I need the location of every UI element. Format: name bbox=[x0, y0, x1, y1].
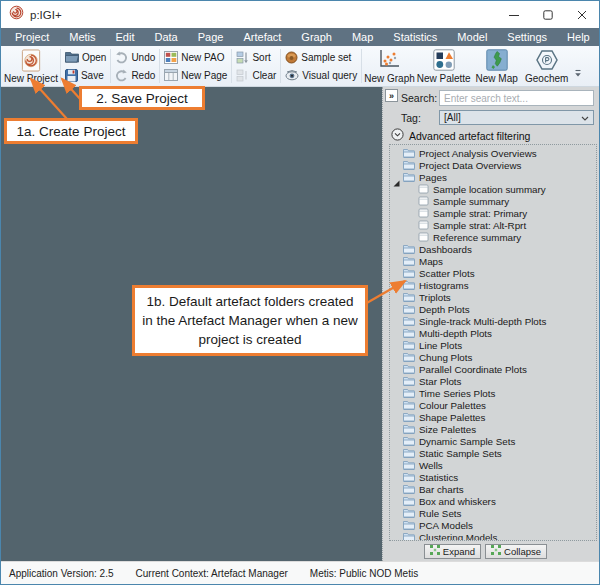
toolbar-button-new-graph[interactable]: New Graph bbox=[363, 47, 416, 85]
folder-icon bbox=[403, 256, 415, 266]
menu-item-help[interactable]: Help bbox=[557, 28, 600, 46]
tree-item-histograms[interactable]: Histograms bbox=[390, 279, 596, 291]
tree-item-label: Depth Plots bbox=[419, 304, 470, 315]
advanced-filtering-toggle[interactable]: Advanced artefact filtering bbox=[391, 130, 594, 142]
search-input[interactable] bbox=[439, 90, 594, 106]
toolbar-button-undo[interactable]: Undo bbox=[115, 49, 155, 66]
tree-item-chung-plots[interactable]: Chung Plots bbox=[390, 351, 596, 363]
menu-item-settings[interactable]: Settings bbox=[497, 28, 557, 46]
tree-item-multi-depth-plots[interactable]: Multi-depth Plots bbox=[390, 327, 596, 339]
tree-item-label: Triplots bbox=[419, 292, 451, 303]
tree-item-single-track-multi-depth-plots[interactable]: Single-track Multi-depth Plots bbox=[390, 315, 596, 327]
menu-item-edit[interactable]: Edit bbox=[106, 28, 145, 46]
toolbar-button-clear[interactable]: Clear bbox=[236, 67, 276, 84]
tree-item-box-and-whiskers[interactable]: Box and whiskers bbox=[390, 495, 596, 507]
toolbar-button-open[interactable]: Open bbox=[65, 49, 106, 66]
toolbar-button-new-page[interactable]: New Page bbox=[164, 67, 227, 84]
toolbar-button-label: New Page bbox=[181, 70, 227, 81]
tree-item-star-plots[interactable]: Star Plots bbox=[390, 375, 596, 387]
geochem-icon bbox=[535, 49, 559, 71]
tree-item-sample-summary[interactable]: Sample summary bbox=[390, 195, 596, 207]
toolbar-button-new-palette[interactable]: New Palette bbox=[416, 47, 472, 85]
tag-dropdown[interactable]: [All] bbox=[439, 110, 594, 125]
menu-item-map[interactable]: Map bbox=[342, 28, 383, 46]
tree-item-statistics[interactable]: Statistics bbox=[390, 471, 596, 483]
toolbar-button-label: New PAO bbox=[181, 52, 224, 63]
toolbar-button-redo[interactable]: Redo bbox=[115, 67, 155, 84]
tree-item-time-series-plots[interactable]: Time Series Plots bbox=[390, 387, 596, 399]
tree-item-parallel-coordinate-plots[interactable]: Parallel Coordinate Plots bbox=[390, 363, 596, 375]
tree-item-maps[interactable]: Maps bbox=[390, 255, 596, 267]
toolbar-button-save[interactable]: Save bbox=[65, 67, 106, 84]
status-metis: Metis: Public NOD Metis bbox=[310, 568, 418, 579]
tree-item-label: Size Palettes bbox=[419, 424, 476, 435]
toolbar-button-sample-set[interactable]: Sample set bbox=[285, 49, 357, 66]
artefact-tree: Project Analysis OverviewsProject Data O… bbox=[389, 144, 597, 541]
menu-item-project[interactable]: Project bbox=[5, 28, 59, 46]
tree-item-label: Wells bbox=[419, 460, 443, 471]
tree-item-dynamic-sample-sets[interactable]: Dynamic Sample Sets bbox=[390, 435, 596, 447]
tree-item-label: Bar charts bbox=[419, 484, 464, 495]
tree-item-reference-summary[interactable]: Reference summary bbox=[390, 231, 596, 243]
tree-item-bar-charts[interactable]: Bar charts bbox=[390, 483, 596, 495]
tree-item-colour-palettes[interactable]: Colour Palettes bbox=[390, 399, 596, 411]
tree-item-static-sample-sets[interactable]: Static Sample Sets bbox=[390, 447, 596, 459]
tree-item-wells[interactable]: Wells bbox=[390, 459, 596, 471]
app-logo-icon bbox=[9, 5, 24, 24]
tree-item-project-analysis-overviews[interactable]: Project Analysis Overviews bbox=[390, 147, 596, 159]
folder-icon bbox=[403, 520, 415, 530]
tree-item-label: Dynamic Sample Sets bbox=[419, 436, 515, 447]
toolbar-button-sort[interactable]: Sort bbox=[236, 49, 276, 66]
expand-all-button[interactable]: Expand bbox=[424, 544, 481, 559]
tree-item-pca-models[interactable]: PCA Models bbox=[390, 519, 596, 531]
tree-item-triplots[interactable]: Triplots bbox=[390, 291, 596, 303]
tree-item-size-palettes[interactable]: Size Palettes bbox=[390, 423, 596, 435]
toolbar-group: OpenSave bbox=[62, 47, 109, 85]
status-application-version: Application Version: 2.5 bbox=[9, 568, 114, 579]
toolbar-button-visual-query[interactable]: Visual query bbox=[285, 67, 357, 84]
expand-all-label: Expand bbox=[443, 546, 475, 557]
toolbar-button-new-map[interactable]: New Map bbox=[472, 47, 522, 85]
tree-item-line-plots[interactable]: Line Plots bbox=[390, 339, 596, 351]
toolbar-button-geochem[interactable]: Geochem bbox=[522, 47, 572, 85]
collapse-all-button[interactable]: Collapse bbox=[485, 544, 547, 559]
close-button[interactable] bbox=[565, 1, 599, 28]
menu-item-model[interactable]: Model bbox=[447, 28, 497, 46]
tree-item-label: Sample strat: Primary bbox=[433, 208, 527, 219]
tree-item-project-data-overviews[interactable]: Project Data Overviews bbox=[390, 159, 596, 171]
menu-item-statistics[interactable]: Statistics bbox=[383, 28, 447, 46]
tree-item-sample-strat-alt-rprt[interactable]: Sample strat: Alt-Rprt bbox=[390, 219, 596, 231]
maximize-button[interactable] bbox=[531, 1, 565, 28]
menu-item-metis[interactable]: Metis bbox=[59, 28, 105, 46]
tree-item-dashboards[interactable]: Dashboards bbox=[390, 243, 596, 255]
toolbar-button-new-project[interactable]: New Project bbox=[3, 47, 59, 85]
tree-item-pages[interactable]: Pages bbox=[390, 171, 596, 183]
tree-item-shape-palettes[interactable]: Shape Palettes bbox=[390, 411, 596, 423]
annotation-create-project: 1a. Create Project bbox=[4, 118, 138, 144]
toolbar-overflow-icon[interactable] bbox=[572, 64, 584, 85]
toolbar-button-label: Redo bbox=[131, 70, 155, 81]
annotation-default-folders: 1b. Default artefact folders created in … bbox=[132, 285, 368, 356]
menu-item-data[interactable]: Data bbox=[145, 28, 188, 46]
sort-icon bbox=[236, 51, 249, 64]
minimize-button[interactable] bbox=[497, 1, 531, 28]
page-icon bbox=[418, 232, 429, 242]
tree-item-label: Clustering Models bbox=[419, 532, 497, 542]
menu-item-artefact[interactable]: Artefact bbox=[233, 28, 291, 46]
panel-collapse-button[interactable]: » bbox=[385, 89, 398, 102]
expand-icon bbox=[430, 545, 440, 557]
toolbar-button-new-pao[interactable]: New PAO bbox=[164, 49, 227, 66]
menu-item-graph[interactable]: Graph bbox=[291, 28, 342, 46]
tree-item-sample-strat-primary[interactable]: Sample strat: Primary bbox=[390, 207, 596, 219]
collapse-all-label: Collapse bbox=[504, 546, 541, 557]
tree-item-scatter-plots[interactable]: Scatter Plots bbox=[390, 267, 596, 279]
tree-item-rule-sets[interactable]: Rule Sets bbox=[390, 507, 596, 519]
tree-item-clustering-models[interactable]: Clustering Models bbox=[390, 531, 596, 541]
tree-item-depth-plots[interactable]: Depth Plots bbox=[390, 303, 596, 315]
tree-item-sample-location-summary[interactable]: Sample location summary bbox=[390, 183, 596, 195]
status-current-context: Current Context: Artefact Manager bbox=[136, 568, 288, 579]
toolbar-separator bbox=[159, 49, 160, 83]
menu-item-page[interactable]: Page bbox=[188, 28, 234, 46]
new-page-icon bbox=[164, 69, 178, 81]
app-window: p:IGI+ ProjectMetisEditDataPageArtefactG… bbox=[0, 0, 600, 585]
